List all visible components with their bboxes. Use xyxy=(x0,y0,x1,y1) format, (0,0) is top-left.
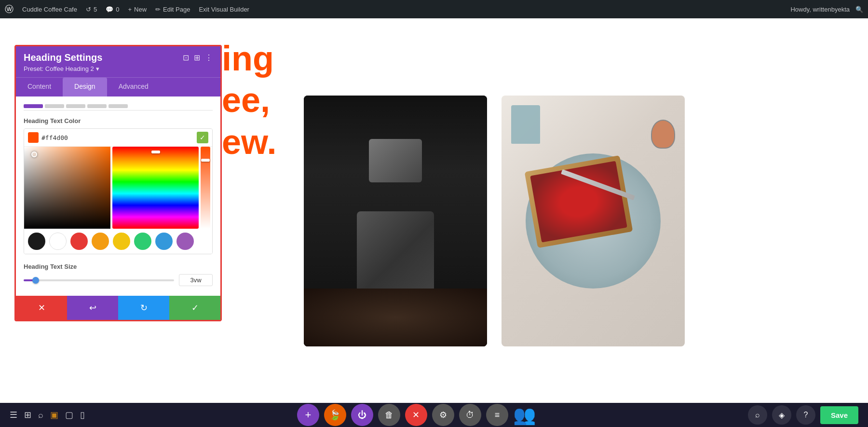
hue-thumb xyxy=(151,151,160,153)
wp-logo-icon[interactable]: ⓦ xyxy=(5,3,14,15)
portability-icon[interactable]: 👥 xyxy=(513,404,536,426)
save-button[interactable]: Save xyxy=(820,406,858,424)
preset-color-blue[interactable] xyxy=(155,233,173,250)
comments-link[interactable]: 💬 0 xyxy=(106,6,119,13)
search-icon[interactable]: 🔍 xyxy=(855,6,863,13)
monitor-icon[interactable]: ▣ xyxy=(50,410,58,420)
settings-toggle-icon[interactable]: ☰ xyxy=(10,410,17,420)
images-row xyxy=(304,96,685,346)
search-right-icon[interactable]: ⌕ xyxy=(748,405,767,425)
new-link[interactable]: + New xyxy=(128,6,147,13)
admin-bar: ⓦ Cuddle Coffee Cafe ↺ 5 💬 0 + New ✏ Edi… xyxy=(0,0,868,18)
bottom-right-tools: ⌕ ◈ ? Save xyxy=(748,405,858,425)
preset-chevron-icon: ▾ xyxy=(96,65,99,72)
redo-icon: ↻ xyxy=(140,303,148,313)
opacity-slider[interactable] xyxy=(201,147,210,229)
tablet-icon[interactable]: ▢ xyxy=(65,410,73,420)
more-options-icon[interactable]: ⋮ xyxy=(205,53,213,62)
admin-bar-right: Howdy, writtenbyekta 🔍 xyxy=(790,6,863,13)
close-button[interactable]: ✕ xyxy=(405,404,427,426)
fullscreen-icon[interactable]: ⊡ xyxy=(183,53,189,62)
help-icon[interactable]: ? xyxy=(796,405,815,425)
preset-color-red[interactable] xyxy=(70,233,88,250)
heading-line-2: ee, xyxy=(222,79,276,121)
gradient-area[interactable] xyxy=(24,147,110,229)
toast-slice xyxy=(525,155,633,248)
comments-count: 0 xyxy=(116,6,119,13)
revisions-count: 5 xyxy=(94,6,97,13)
modal-panel: Heading Settings ⊡ ⊞ ⋮ Preset: Coffee He… xyxy=(14,45,222,321)
edit-page-label: Edit Page xyxy=(163,6,190,13)
hex-input-row: ✓ xyxy=(24,129,212,147)
bottom-left-tools: ☰ ⊞ ⌕ ▣ ▢ ▯ xyxy=(10,410,85,420)
edit-icon: ✏ xyxy=(155,6,161,13)
hue-slider[interactable] xyxy=(112,147,199,229)
exit-builder-label: Exit Visual Builder xyxy=(199,6,249,13)
undo-button[interactable]: ↩ xyxy=(67,296,118,320)
cup-left xyxy=(511,105,540,144)
preset-subtab-2[interactable] xyxy=(45,104,64,108)
preset-colors-row xyxy=(24,229,212,254)
tab-design[interactable]: Design xyxy=(63,78,107,96)
columns-icon[interactable]: ⊞ xyxy=(194,53,200,62)
modal-tabs: Content Design Advanced xyxy=(16,77,220,96)
modal-preset[interactable]: Preset: Coffee Heading 2 ▾ xyxy=(24,65,213,72)
cancel-button[interactable]: ✕ xyxy=(16,296,67,320)
gradient-dark-layer xyxy=(24,147,110,229)
preset-subtab-5[interactable] xyxy=(108,104,128,108)
preset-color-white[interactable] xyxy=(49,233,67,250)
power-button[interactable]: ⏻ xyxy=(351,404,373,426)
site-name-link[interactable]: Cuddle Coffee Cafe xyxy=(22,6,77,13)
preset-color-green[interactable] xyxy=(134,233,151,250)
modal-footer: ✕ ↩ ↻ ✓ xyxy=(16,296,220,320)
modal-header: Heading Settings ⊡ ⊞ ⋮ Preset: Coffee He… xyxy=(16,46,220,77)
size-input[interactable] xyxy=(179,274,213,286)
howdy-link[interactable]: Howdy, writtenbyekta xyxy=(790,6,850,13)
edit-page-link[interactable]: ✏ Edit Page xyxy=(155,6,190,13)
layers-right-icon[interactable]: ◈ xyxy=(772,405,791,425)
preset-color-black[interactable] xyxy=(28,233,45,250)
color-swatch xyxy=(28,132,39,143)
gear-button[interactable]: ⚙ xyxy=(432,404,454,426)
preset-color-yellow[interactable] xyxy=(113,233,130,250)
search-tool-icon[interactable]: ⌕ xyxy=(38,410,43,420)
revisions-icon: ↺ xyxy=(86,6,91,13)
history-button[interactable]: ⏱ xyxy=(459,404,481,426)
grid-icon[interactable]: ⊞ xyxy=(24,410,31,420)
slider-thumb[interactable] xyxy=(32,277,39,284)
confirm-color-button[interactable]: ✓ xyxy=(197,132,208,143)
redo-button[interactable]: ↻ xyxy=(118,296,169,320)
color-picker[interactable]: ✓ xyxy=(24,128,213,254)
heading-line-1: ing xyxy=(222,38,276,79)
divi-logo-button[interactable]: 🍃 xyxy=(324,404,346,426)
modal-body: Heading Text Color ✓ xyxy=(16,96,220,296)
delete-button[interactable]: 🗑 xyxy=(378,404,400,426)
modal-title-icons: ⊡ ⊞ ⋮ xyxy=(183,53,213,62)
tab-content[interactable]: Content xyxy=(16,78,63,96)
size-slider-row xyxy=(24,274,213,286)
opacity-thumb xyxy=(201,159,210,162)
preset-subtab-4[interactable] xyxy=(87,104,107,108)
cup-right xyxy=(651,120,675,149)
layers-button[interactable]: ≡ xyxy=(486,404,508,426)
exit-builder-link[interactable]: Exit Visual Builder xyxy=(199,6,249,13)
hex-input[interactable] xyxy=(41,134,194,141)
undo-icon: ↩ xyxy=(89,303,96,313)
size-section-label: Heading Text Size xyxy=(24,263,213,270)
comments-icon: 💬 xyxy=(106,6,113,13)
preset-color-purple[interactable] xyxy=(176,233,194,250)
toast-image xyxy=(502,96,685,346)
add-module-button[interactable]: + xyxy=(297,404,319,426)
save-modal-button[interactable]: ✓ xyxy=(169,296,220,320)
preset-color-orange[interactable] xyxy=(92,233,109,250)
color-section-label: Heading Text Color xyxy=(24,117,213,124)
tab-advanced-label: Advanced xyxy=(119,83,149,90)
size-range-slider[interactable] xyxy=(24,279,174,281)
color-picker-main[interactable] xyxy=(24,147,212,229)
revisions-link[interactable]: ↺ 5 xyxy=(86,6,97,13)
preset-subtab-3[interactable] xyxy=(66,104,85,108)
mobile-icon[interactable]: ▯ xyxy=(80,410,85,420)
text-size-section: Heading Text Size xyxy=(24,261,213,288)
tab-advanced[interactable]: Advanced xyxy=(107,78,160,96)
preset-subtab-1[interactable] xyxy=(24,104,43,108)
